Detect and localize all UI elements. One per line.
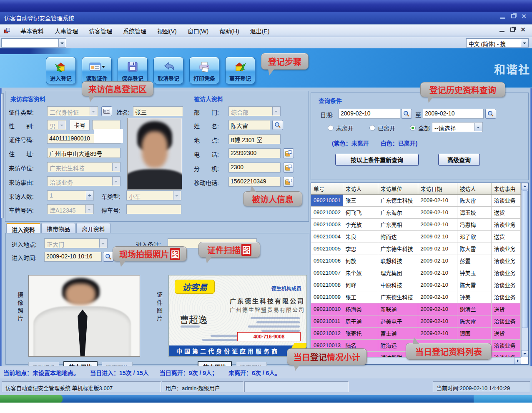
menu-view[interactable]: 视图(V) — [152, 25, 182, 37]
table-cell[interactable]: 090210010 — [311, 303, 343, 315]
table-cell[interactable]: 洽谈业务 — [491, 279, 520, 291]
table-cell[interactable]: 何峰 — [343, 279, 378, 291]
col-header-date[interactable]: 来访日期 — [418, 183, 457, 194]
radio-icon[interactable] — [369, 125, 375, 131]
table-cell[interactable]: 2009-02-10 — [418, 194, 457, 206]
cert-type-select[interactable]: 二代身份证 — [47, 106, 98, 116]
visitor-name-input[interactable]: 张三 — [133, 106, 183, 116]
table-cell[interactable]: 洽谈业务 — [491, 218, 520, 230]
table-cell[interactable]: 邓子欣 — [457, 230, 491, 243]
table-cell[interactable]: 洽谈业务 — [491, 255, 520, 267]
table-cell[interactable]: 洽谈业务 — [491, 291, 520, 303]
table-cell[interactable]: 090210003 — [311, 218, 343, 230]
visited-name-input[interactable]: 陈大雷 — [228, 120, 270, 130]
table-row[interactable]: 090210011周于通赴美电子2009-02-10陈大雷洽谈业务 — [311, 315, 520, 327]
table-cell[interactable]: 谭国 — [457, 327, 491, 339]
table-cell[interactable]: 何放 — [343, 255, 378, 267]
table-cell[interactable]: 陈大雷 — [457, 243, 491, 255]
table-cell[interactable]: 2009-02-10 — [418, 218, 457, 230]
card-no-button[interactable]: 卡号 — [70, 120, 90, 130]
table-cell[interactable]: 090210009 — [311, 291, 343, 303]
table-cell[interactable]: 送货 — [491, 327, 520, 339]
table-cell[interactable]: 送货 — [491, 230, 520, 243]
tab-leave-info[interactable]: 离开资料 — [76, 223, 110, 233]
gender-select[interactable]: 男 — [47, 120, 66, 130]
table-cell[interactable]: 陈大雷 — [457, 194, 491, 206]
col-header-unit[interactable]: 来访单位 — [378, 183, 418, 194]
advanced-query-button[interactable]: 高级查询 — [438, 154, 480, 165]
table-cell[interactable]: 张寄托 — [343, 327, 378, 339]
ext-sms-button[interactable] — [283, 163, 294, 173]
col-header-visited[interactable]: 被访人 — [457, 183, 491, 194]
table-cell[interactable]: 广东德生科技 — [378, 194, 418, 206]
table-cell[interactable]: 2009-02-10 — [418, 315, 457, 327]
radio-icon[interactable] — [410, 125, 416, 131]
table-cell[interactable]: 090210008 — [311, 279, 343, 291]
visitor-count-stepper[interactable]: 1 — [47, 190, 94, 200]
table-cell[interactable]: 赴美电子 — [378, 315, 418, 327]
table-cell[interactable]: 090210004 — [311, 230, 343, 243]
table-cell[interactable]: 陈大雷 — [457, 279, 491, 291]
table-cell[interactable]: 谢清兰 — [457, 303, 491, 315]
table-cell[interactable]: 送货 — [491, 206, 520, 218]
table-cell[interactable]: 090210011 — [311, 315, 343, 327]
table-row[interactable]: 090210003李光放广东亮相2009-02-10冯惠梅洽谈业务 — [311, 218, 520, 230]
scroll-up-icon[interactable] — [521, 183, 528, 190]
menu-system[interactable]: 系统管理 — [118, 25, 152, 37]
car-type-select[interactable]: 小车 — [126, 190, 181, 200]
table-row[interactable]: 090210002何飞飞广东海尔2009-02-10谭玉姣送货 — [311, 206, 520, 218]
table-cell[interactable]: 钟美 — [457, 291, 491, 303]
ext-input[interactable]: 2300 — [228, 163, 281, 173]
table-cell[interactable]: 广东德生科技 — [378, 243, 418, 255]
table-row[interactable]: 090210007朱个奴理光集团2009-02-10钟美玉洽谈业务 — [311, 267, 520, 279]
table-cell[interactable]: 杨海类 — [343, 303, 378, 315]
table-row[interactable]: 090210004朱良附而达2009-02-10邓子欣送货 — [311, 230, 520, 243]
print-receipt-button[interactable]: 打印凭条 — [189, 57, 219, 84]
table-cell[interactable]: 谭玉姣 — [457, 206, 491, 218]
date-from-input[interactable]: 2009-02-10 — [339, 109, 400, 119]
radio-not-left[interactable]: 未离开 — [328, 124, 354, 132]
table-cell[interactable]: 2009-02-10 — [418, 291, 457, 303]
table-cell[interactable]: 090210002 — [311, 206, 343, 218]
menu-visitor[interactable]: 访客管理 — [83, 25, 118, 37]
table-cell[interactable]: 广东海尔 — [378, 206, 418, 218]
place-input[interactable]: B幢 2301 室 — [228, 134, 281, 144]
cancel-register-button[interactable]: 取消登记 — [153, 57, 183, 84]
table-cell[interactable]: 2009-02-10 — [418, 243, 457, 255]
table-cell[interactable]: 广东亮相 — [378, 218, 418, 230]
chevron-down-icon[interactable] — [521, 39, 528, 47]
menu-help[interactable]: 帮助(H) — [214, 25, 244, 37]
table-cell[interactable]: 周于通 — [343, 315, 378, 327]
table-cell[interactable]: 洽谈业务 — [491, 243, 520, 255]
tab-entry-info[interactable]: 进入资料 — [6, 223, 40, 233]
table-cell[interactable]: 理光集团 — [378, 267, 418, 279]
language-bar[interactable]: 中文 (简体) - 搜 — [466, 38, 529, 48]
table-cell[interactable]: 何飞飞 — [343, 206, 378, 218]
table-cell[interactable]: 李思 — [343, 243, 378, 255]
table-row[interactable]: 090210010杨海类新联通2009-02-10谢清兰送货 — [311, 303, 520, 315]
table-cell[interactable]: 朱良 — [343, 230, 378, 243]
mobile-sms-button[interactable] — [283, 177, 294, 187]
restore-icon[interactable] — [511, 14, 516, 18]
table-cell[interactable]: 洽谈业务 — [491, 315, 520, 327]
radio-icon[interactable] — [328, 125, 334, 131]
table-cell[interactable]: 2009-02-10 — [418, 230, 457, 243]
table-row[interactable]: 090210005李思广东德生科技2009-02-10陈大雷洽谈业务 — [311, 243, 520, 255]
table-cell[interactable]: 广东德生科技 — [378, 291, 418, 303]
table-cell[interactable]: 李光放 — [343, 218, 378, 230]
col-header-reason[interactable]: 来访事由 — [491, 183, 520, 194]
table-cell[interactable]: 新联通 — [378, 303, 418, 315]
chevron-down-icon[interactable] — [58, 39, 65, 47]
table-cell[interactable]: 中原科技 — [378, 279, 418, 291]
table-cell[interactable]: 2009-02-10 — [418, 267, 457, 279]
tab-carried-items[interactable]: 携带物品 — [41, 223, 75, 233]
table-cell[interactable]: 090210012 — [311, 327, 343, 339]
table-cell[interactable]: 钟美玉 — [457, 267, 491, 279]
table-cell[interactable]: 送货 — [491, 303, 520, 315]
table-cell[interactable]: 090210005 — [311, 243, 343, 255]
table-cell[interactable]: 090210001 — [311, 194, 343, 206]
table-cell[interactable]: 彭置 — [457, 255, 491, 267]
visited-name-search-button[interactable] — [272, 120, 283, 130]
toolbar-combobox[interactable] — [1, 38, 66, 48]
table-cell[interactable]: 张三 — [343, 194, 378, 206]
